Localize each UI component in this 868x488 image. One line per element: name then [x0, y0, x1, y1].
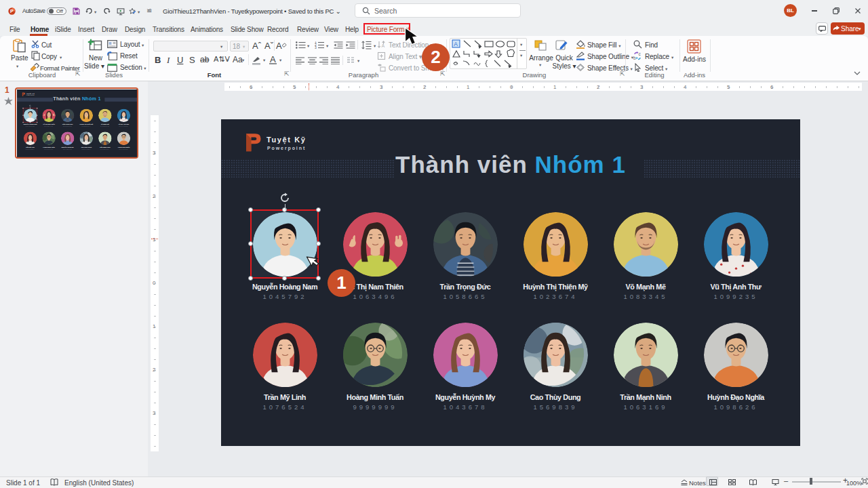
svg-text:A: A	[382, 43, 385, 48]
svg-text:P: P	[10, 9, 14, 14]
svg-text:c: c	[639, 52, 642, 56]
svg-text:A: A	[454, 41, 458, 47]
svg-text:b: b	[633, 56, 636, 60]
svg-text:3: 3	[315, 45, 317, 49]
